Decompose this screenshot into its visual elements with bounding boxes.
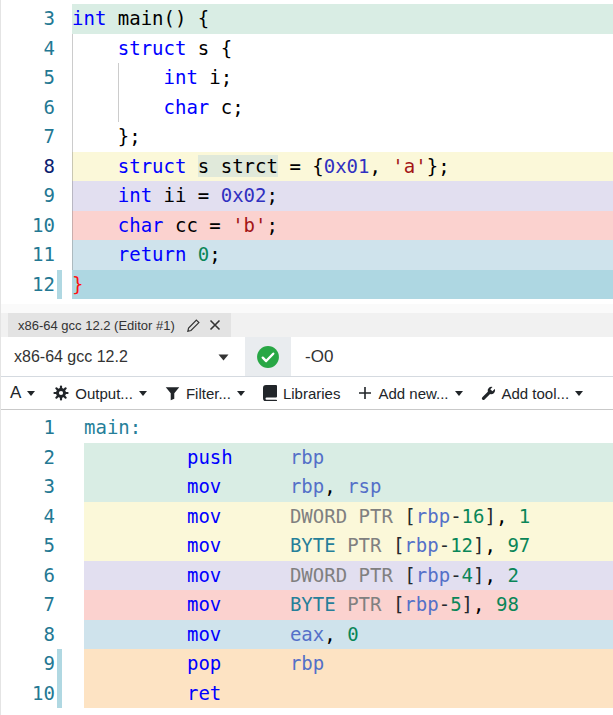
asm-line-row[interactable]: 2 push rbp	[0, 443, 613, 473]
line-number[interactable]: 5	[0, 63, 55, 93]
output-label: Output...	[75, 385, 133, 402]
libraries-label: Libraries	[283, 385, 341, 402]
font-size-label: A	[10, 383, 21, 403]
asm-line-row[interactable]: 3 mov rbp, rsp	[0, 472, 613, 502]
code-line-content: push rbp	[84, 443, 613, 473]
compiler-pane-tab[interactable]: x86-64 gcc 12.2 (Editor #1)	[8, 313, 231, 337]
code-token	[84, 564, 187, 586]
line-number[interactable]: 2	[0, 443, 55, 473]
code-line-content: return 0;	[72, 240, 613, 270]
source-line-row[interactable]: 6 char c;	[0, 93, 613, 123]
code-token: mov	[187, 623, 290, 645]
code-token: ;	[267, 214, 278, 236]
source-line-row[interactable]: 8 struct s strct = {0x01, 'a'};	[0, 152, 613, 182]
line-number[interactable]: 6	[0, 93, 55, 123]
source-line-row[interactable]: 9 int ii = 0x02;	[0, 181, 613, 211]
code-line-content: int main() {	[72, 4, 613, 34]
line-number[interactable]: 1	[0, 413, 55, 443]
code-token	[72, 214, 118, 236]
line-number[interactable]: 3	[0, 4, 55, 34]
line-number[interactable]: 12	[0, 270, 55, 300]
source-line-row[interactable]: 12}	[0, 270, 613, 300]
line-number[interactable]: 11	[0, 240, 55, 270]
source-line-row[interactable]: 4 struct s {	[0, 34, 613, 64]
line-number[interactable]: 7	[0, 590, 55, 620]
caret-down-icon	[237, 391, 245, 396]
output-button[interactable]: Output...	[53, 385, 147, 402]
code-line-content: mov eax, 0	[84, 620, 613, 650]
code-token	[84, 682, 187, 704]
asm-line-row[interactable]: 10 ret	[0, 679, 613, 709]
asm-line-row[interactable]: 6 mov DWORD PTR [rbp-4], 2	[0, 561, 613, 591]
line-number[interactable]: 6	[0, 561, 55, 591]
code-token	[84, 623, 187, 645]
source-line-row[interactable]: 7 };	[0, 122, 613, 152]
code-token	[84, 505, 187, 527]
pencil-icon[interactable]	[187, 319, 200, 332]
line-number[interactable]: 9	[0, 649, 55, 679]
code-token: ii =	[152, 184, 221, 206]
compile-status[interactable]	[245, 337, 291, 376]
close-icon[interactable]	[209, 319, 221, 331]
source-line-row[interactable]: 5 int i;	[0, 63, 613, 93]
line-number[interactable]: 10	[0, 211, 55, 241]
filter-button[interactable]: Filter...	[165, 385, 245, 402]
code-token: ret	[187, 682, 221, 704]
compiler-options-input[interactable]	[291, 337, 613, 376]
asm-line-row[interactable]: 1main:	[0, 413, 613, 443]
line-number[interactable]: 8	[0, 620, 55, 650]
source-line-row[interactable]: 11 return 0;	[0, 240, 613, 270]
add-new-button[interactable]: Add new...	[358, 385, 462, 402]
font-size-button[interactable]: A	[10, 383, 35, 403]
asm-line-row[interactable]: 9 pop rbp	[0, 649, 613, 679]
code-token: int	[118, 184, 152, 206]
source-line-row[interactable]: 10 char cc = 'b';	[0, 211, 613, 241]
code-token: ]	[473, 534, 484, 556]
code-token: mov	[187, 534, 290, 556]
code-token: eax	[290, 623, 324, 645]
line-number[interactable]: 3	[0, 472, 55, 502]
code-line-content: int ii = 0x02;	[72, 181, 613, 211]
code-token: int	[72, 7, 106, 29]
code-token: PTR	[359, 505, 393, 527]
compiler-select[interactable]: x86-64 gcc 12.2	[0, 337, 245, 376]
code-token: char	[164, 96, 210, 118]
asm-line-row[interactable]: 8 mov eax, 0	[0, 620, 613, 650]
code-token	[347, 564, 358, 586]
compiler-toolbar: A Output... Filter... Libraries	[0, 377, 613, 410]
code-token: mov	[187, 475, 290, 497]
code-line-content: pop rbp	[84, 649, 613, 679]
asm-line-row[interactable]: 7 mov BYTE PTR [rbp-5], 98	[0, 590, 613, 620]
linked-line-marker	[57, 679, 62, 709]
code-token	[393, 564, 404, 586]
code-token: rbp	[290, 446, 324, 468]
code-token: [	[393, 534, 404, 556]
code-token	[84, 475, 187, 497]
code-token: }	[72, 273, 83, 295]
line-number[interactable]: 4	[0, 34, 55, 64]
line-number[interactable]: 5	[0, 531, 55, 561]
asm-line-row[interactable]: 4 mov DWORD PTR [rbp-16], 1	[0, 502, 613, 532]
code-token: 98	[496, 593, 519, 615]
pane-divider	[0, 304, 613, 313]
code-token: -	[450, 564, 461, 586]
code-token	[381, 593, 392, 615]
add-tool-button[interactable]: Add tool...	[481, 385, 584, 402]
line-number[interactable]: 9	[0, 181, 55, 211]
line-number[interactable]: 8	[0, 152, 55, 182]
line-number[interactable]: 10	[0, 679, 55, 709]
code-token: ,	[484, 534, 507, 556]
code-line-content: mov DWORD PTR [rbp-4], 2	[84, 561, 613, 591]
line-number[interactable]: 7	[0, 122, 55, 152]
code-token	[84, 446, 187, 468]
filter-icon	[165, 386, 180, 401]
libraries-button[interactable]: Libraries	[263, 385, 341, 402]
source-line-row[interactable]: 3int main() {	[0, 4, 613, 34]
line-number[interactable]: 4	[0, 502, 55, 532]
asm-output-pane: 1main:2 push rbp3 mov rbp, rsp4 mov DWOR…	[0, 410, 613, 715]
asm-line-row[interactable]: 5 mov BYTE PTR [rbp-12], 97	[0, 531, 613, 561]
code-token: -	[439, 534, 450, 556]
code-token: 5	[450, 593, 461, 615]
code-line-content: mov BYTE PTR [rbp-5], 98	[84, 590, 613, 620]
code-token: BYTE	[290, 593, 336, 615]
